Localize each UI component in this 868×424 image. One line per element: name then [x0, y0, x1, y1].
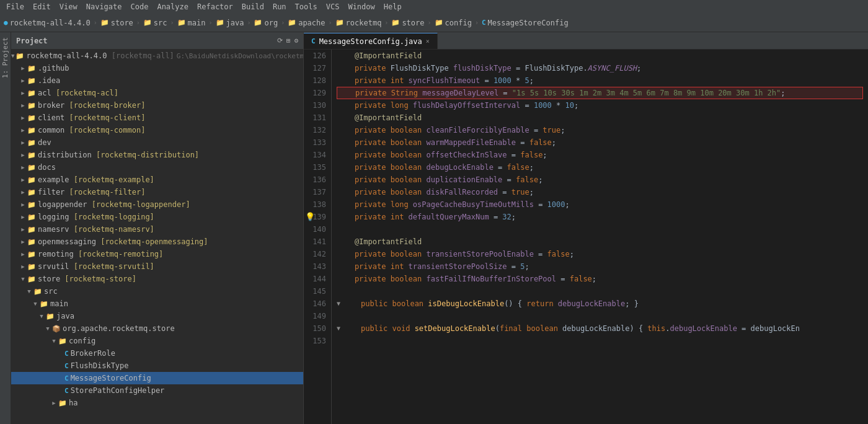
- tab-label: MessageStoreConfig.java: [319, 37, 422, 46]
- tree-item-client[interactable]: ▶ 📁 client [rocketmq-client]: [11, 112, 303, 124]
- settings-icon[interactable]: ⚙: [294, 37, 298, 45]
- arrow-namesrv: ▶: [20, 226, 26, 232]
- tree-item-srvutil[interactable]: ▶ 📁 srvutil [rocketmq-srvutil]: [11, 260, 303, 273]
- breadcrumb-store[interactable]: 📁 store: [100, 19, 133, 27]
- tree-messagestoreconfig-label: MessageStoreConfig: [71, 374, 151, 382]
- tree-item-messagestoreconfig[interactable]: C MessageStoreConfig: [11, 372, 303, 384]
- code-line-127: private FlushDiskType flushDiskType = Fl…: [337, 62, 863, 74]
- menu-run[interactable]: Run: [269, 1, 290, 12]
- linenum-150: 150: [306, 322, 326, 335]
- breadcrumb-rocketmq[interactable]: 📁 rocketmq: [335, 19, 382, 27]
- breadcrumb-store2[interactable]: 📁 store: [391, 19, 424, 27]
- menu-edit[interactable]: Edit: [29, 1, 55, 12]
- expand-icon[interactable]: ⊞: [286, 37, 291, 45]
- tree-item-common[interactable]: ▶ 📁 common [rocketmq-common]: [11, 124, 303, 136]
- folder-store-tree-icon: 📁: [27, 275, 36, 283]
- breadcrumb-config[interactable]: 📁 config: [435, 19, 472, 27]
- arrow-src: ▼: [26, 288, 32, 294]
- tree-item-brokerrole[interactable]: C BrokerRole: [11, 347, 303, 360]
- breadcrumb-org[interactable]: 📁 org: [254, 19, 278, 27]
- breadcrumb-project[interactable]: ● rocketmq-all-4.4.0: [4, 19, 91, 27]
- tree-flushdisktype-label: FlushDiskType: [71, 361, 129, 370]
- linenum-141: 141: [306, 236, 326, 248]
- menu-file[interactable]: File: [2, 1, 28, 12]
- tree-item-logging[interactable]: ▶ 📁 logging [rocketmq-logging]: [11, 211, 303, 223]
- tree-item-example[interactable]: ▶ 📁 example [rocketmq-example]: [11, 174, 303, 186]
- breadcrumb-java[interactable]: 📁 java: [216, 19, 244, 27]
- breadcrumb-apache-label: apache: [298, 19, 325, 27]
- tree-item-root[interactable]: ▼ 📁 rocketmq-all-4.4.0 [rocketmq-all] G:…: [11, 50, 303, 62]
- tree-item-flushdisktype[interactable]: C FlushDiskType: [11, 360, 303, 372]
- tab-close-button[interactable]: ×: [426, 38, 430, 45]
- main-area: 1: Project Project ⟳ ⊞ ⚙ ▼ 📁 rocketmq-al…: [0, 32, 868, 424]
- folder-store-icon: 📁: [100, 19, 109, 27]
- tree-item-remoting[interactable]: ▶ 📁 remoting [rocketmq-remoting]: [11, 248, 303, 260]
- menu-build[interactable]: Build: [238, 1, 268, 12]
- tree-docs-label: docs: [38, 163, 56, 172]
- menu-code[interactable]: Code: [127, 1, 153, 12]
- code-line-146: ▼ public boolean isDebugLockEnable() { r…: [337, 298, 863, 310]
- menu-view[interactable]: View: [56, 1, 81, 12]
- menu-help[interactable]: Help: [380, 1, 405, 12]
- sync-icon[interactable]: ⟳: [277, 37, 283, 45]
- tree-item-idea[interactable]: ▶ 📁 .idea: [11, 74, 303, 87]
- tab-messagestoreconfig[interactable]: C MessageStoreConfig.java ×: [304, 33, 438, 49]
- tree-item-package[interactable]: ▼ 📦 org.apache.rocketmq.store: [11, 322, 303, 335]
- folder-main-icon: 📁: [177, 19, 186, 27]
- breadcrumb-class[interactable]: C MessageStoreConfig: [482, 19, 569, 27]
- tree-item-acl[interactable]: ▶ 📁 acl [rocketmq-acl]: [11, 87, 303, 99]
- code-content[interactable]: @ImportantField private FlushDiskType fl…: [332, 50, 868, 424]
- tree-item-storepathconfighelper[interactable]: C StorePathConfigHelper: [11, 384, 303, 397]
- tree-item-dev[interactable]: ▶ 📁 dev: [11, 136, 303, 149]
- folder-idea-icon: 📁: [27, 77, 36, 85]
- tree-example-label: example [rocketmq-example]: [38, 175, 154, 184]
- tree-item-distribution[interactable]: ▶ 📁 distribution [rocketmq-distribution]: [11, 149, 303, 161]
- class-brokerrole-icon: C: [64, 350, 69, 358]
- code-line-129: private String messageDelayLevel = "1s 5…: [337, 87, 863, 99]
- tree-item-src[interactable]: ▼ 📁 src: [11, 285, 303, 298]
- linenum-144: 144: [306, 273, 326, 285]
- linenum-149: 149: [306, 310, 326, 322]
- tree-storepathconfighelper-label: StorePathConfigHelper: [71, 386, 165, 395]
- vertical-tab-label[interactable]: 1: Project: [0, 35, 11, 81]
- tree-item-store[interactable]: ▼ 📁 store [rocketmq-store]: [11, 273, 303, 285]
- arrow-docs: ▶: [20, 164, 26, 170]
- folder-src-icon: 📁: [143, 19, 152, 27]
- code-line-140: [337, 223, 863, 236]
- tree-item-docs[interactable]: ▶ 📁 docs: [11, 161, 303, 174]
- tree-filter-label: filter [rocketmq-filter]: [38, 188, 145, 197]
- menu-window[interactable]: Window: [344, 1, 378, 12]
- tree-item-main[interactable]: ▼ 📁 main: [11, 298, 303, 310]
- breadcrumb-src[interactable]: 📁 src: [143, 19, 167, 27]
- menu-navigate[interactable]: Navigate: [82, 1, 126, 12]
- code-line-138: private long osPageCacheBusyTimeOutMills…: [337, 198, 863, 211]
- tree-item-namesrv[interactable]: ▶ 📁 namesrv [rocketmq-namesrv]: [11, 223, 303, 236]
- tree-item-filter[interactable]: ▶ 📁 filter [rocketmq-filter]: [11, 186, 303, 198]
- breadcrumb-apache[interactable]: 📁 apache: [288, 19, 325, 27]
- project-header: Project ⟳ ⊞ ⚙: [11, 32, 303, 50]
- package-icon: 📦: [52, 325, 61, 333]
- tree-item-github[interactable]: ▶ 📁 .github: [11, 62, 303, 74]
- code-editor[interactable]: 126 127 128 129 130 131 132 133 134 135 …: [304, 50, 868, 424]
- menu-analyze[interactable]: Analyze: [153, 1, 192, 12]
- collapse-146[interactable]: ▼: [337, 298, 340, 310]
- tree-item-ha[interactable]: ▶ 📁 ha: [11, 397, 303, 409]
- collapse-150[interactable]: ▼: [337, 322, 340, 335]
- tree-broker-label: broker [rocketmq-broker]: [38, 101, 145, 110]
- tree-config-label: config: [69, 337, 95, 345]
- tree-item-java[interactable]: ▼ 📁 java: [11, 310, 303, 322]
- tree-item-logappender[interactable]: ▶ 📁 logappender [rocketmq-logappender]: [11, 198, 303, 211]
- menu-tools[interactable]: Tools: [291, 1, 321, 12]
- code-line-145: [337, 285, 863, 298]
- folder-store2-icon: 📁: [391, 19, 400, 27]
- arrow-openmessaging: ▶: [20, 239, 26, 245]
- breadcrumb-main[interactable]: 📁 main: [177, 19, 206, 27]
- menu-refactor[interactable]: Refactor: [193, 1, 237, 12]
- menu-vcs[interactable]: VCS: [322, 1, 343, 12]
- code-line-139: private int defaultQueryMaxNum = 32;: [337, 211, 863, 223]
- tree-item-config[interactable]: ▼ 📁 config: [11, 335, 303, 347]
- tree-namesrv-label: namesrv [rocketmq-namesrv]: [38, 225, 154, 234]
- tree-remoting-label: remoting [rocketmq-remoting]: [38, 250, 163, 258]
- tree-item-openmessaging[interactable]: ▶ 📁 openmessaging [rocketmq-openmessagin…: [11, 236, 303, 248]
- tree-item-broker[interactable]: ▶ 📁 broker [rocketmq-broker]: [11, 99, 303, 112]
